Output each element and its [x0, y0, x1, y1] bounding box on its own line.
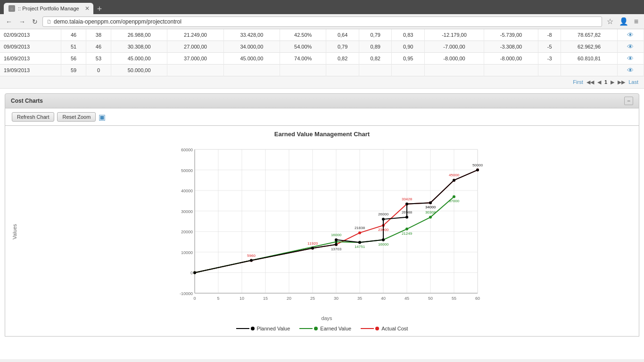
profile-btn[interactable]: 👤 [617, 16, 630, 27]
svg-text:14751: 14751 [355, 245, 365, 249]
table-cell: 0,82 [326, 53, 359, 65]
table-cell: 0,89 [359, 41, 392, 53]
tab-close-btn[interactable]: ✕ [85, 5, 90, 12]
table-cell: 46 [61, 29, 86, 41]
table-row: 19/09/201359050.000,00👁 [0, 65, 644, 76]
next-next-btn[interactable]: ▶▶ [618, 79, 625, 85]
chart-area: -100000100002000030000400005000060000051… [19, 142, 634, 321]
table-row: 16/09/2013565345.000,0037.000,0045.000,0… [0, 53, 644, 65]
url-text: demo.talaia-openppm.com/openppm/projectc… [54, 18, 182, 25]
svg-text:11920: 11920 [307, 241, 318, 246]
svg-text:50000: 50000 [472, 163, 483, 167]
table-cell: 26.988,00 [111, 29, 167, 41]
view-icon-cell[interactable]: 👁 [617, 41, 644, 53]
table-cell [280, 65, 326, 76]
svg-point-49 [358, 231, 361, 234]
first-page-link[interactable]: First [573, 79, 583, 85]
svg-text:10: 10 [239, 296, 244, 301]
earned-label: Earned Value [320, 326, 351, 331]
last-page-link[interactable]: Last [628, 79, 638, 85]
table-cell: -3.308,00 [484, 41, 538, 53]
svg-text:0: 0 [190, 271, 193, 275]
svg-text:34000: 34000 [425, 205, 436, 209]
svg-text:21838: 21838 [355, 226, 365, 230]
tab-label: :: Project Portfolio Manage [18, 6, 79, 11]
view-icon[interactable]: 👁 [627, 31, 634, 39]
svg-text:35: 35 [357, 296, 362, 301]
table-cell [326, 65, 359, 76]
forward-button[interactable]: → [17, 17, 27, 26]
table-cell: -5 [538, 41, 561, 53]
bookmark-btn[interactable]: ☆ [605, 16, 615, 27]
section-header: Cost Charts − [5, 93, 639, 108]
svg-text:-10000: -10000 [180, 291, 193, 296]
next-btn[interactable]: ▶ [611, 79, 614, 85]
table-cell: 56 [61, 53, 86, 65]
table-cell: 51 [61, 41, 86, 53]
table-cell [561, 65, 617, 76]
svg-text:5: 5 [217, 296, 219, 301]
refresh-chart-button[interactable]: Refresh Chart [12, 112, 54, 122]
table-cell: 45.000,00 [111, 53, 167, 65]
view-icon[interactable]: 👁 [627, 55, 634, 62]
browser-chrome: :: :: Project Portfolio Manage ✕ + [0, 0, 644, 14]
table-cell: 30.308,00 [111, 41, 167, 53]
view-icon-cell[interactable]: 👁 [617, 29, 644, 41]
view-icon[interactable]: 👁 [627, 43, 634, 50]
svg-text:30308: 30308 [425, 210, 436, 214]
expand-icon[interactable]: ▣ [99, 113, 106, 122]
svg-point-73 [453, 179, 455, 181]
table-cell: 0,95 [392, 53, 425, 65]
svg-text:16000: 16000 [331, 233, 342, 237]
view-icon[interactable]: 👁 [627, 66, 634, 74]
address-bar[interactable]: 🗋 demo.talaia-openppm.com/openppm/projec… [42, 16, 602, 27]
table-cell: -12.179,00 [424, 29, 484, 41]
table-row: 09/09/2013514630.308,0027.000,0034.000,0… [0, 41, 644, 53]
actual-dot [375, 327, 379, 330]
svg-point-59 [405, 228, 408, 230]
legend-planned: Planned Value [236, 326, 290, 331]
menu-button[interactable]: ≡ [632, 16, 640, 27]
table-cell [424, 65, 484, 76]
svg-text:55: 55 [452, 296, 456, 301]
table-cell: 74.00% [280, 53, 326, 65]
svg-text:26988: 26988 [402, 210, 413, 214]
svg-text:16000: 16000 [378, 242, 389, 247]
table-cell: 19/09/2013 [0, 65, 61, 76]
svg-text:0: 0 [193, 296, 196, 301]
actual-label: Actual Cost [381, 326, 408, 331]
view-icon-cell[interactable]: 👁 [617, 65, 644, 76]
svg-text:40000: 40000 [181, 189, 193, 193]
earned-line [299, 328, 313, 329]
collapse-button[interactable]: − [624, 97, 633, 105]
svg-text:30000: 30000 [181, 209, 193, 214]
active-tab[interactable]: :: :: Project Portfolio Manage ✕ [4, 3, 93, 14]
table-cell: 0,79 [326, 41, 359, 53]
reload-button[interactable]: ↻ [30, 17, 40, 26]
back-button[interactable]: ← [4, 17, 14, 26]
prev-prev-btn[interactable]: ◀◀ [586, 79, 594, 85]
svg-text:21249: 21249 [402, 231, 413, 236]
new-tab-button[interactable]: + [93, 4, 106, 14]
section-title: Cost Charts [11, 98, 43, 104]
svg-text:10000: 10000 [181, 250, 193, 255]
svg-text:45000: 45000 [449, 173, 460, 177]
prev-btn[interactable]: ◀ [597, 79, 601, 85]
svg-point-64 [311, 247, 314, 250]
table-cell: 16/09/2013 [0, 53, 61, 65]
svg-point-61 [453, 195, 455, 198]
chart-container: Earned Value Management Chart Values -10… [5, 126, 639, 337]
table-cell: 27.000,00 [167, 41, 223, 53]
svg-point-62 [193, 271, 196, 274]
view-icon-cell[interactable]: 👁 [617, 53, 644, 65]
table-cell: -8.000,00 [424, 53, 484, 65]
table-cell: 02/09/2013 [0, 29, 61, 41]
table-cell: 09/09/2013 [0, 41, 61, 53]
svg-text:13703: 13703 [331, 247, 342, 251]
table-cell: 0,90 [392, 41, 425, 53]
svg-point-60 [429, 216, 432, 219]
reset-zoom-button[interactable]: Reset Zoom [57, 112, 96, 122]
table-cell: 62.962,96 [561, 41, 617, 53]
planned-dot [251, 327, 255, 330]
table-cell: 34.000,00 [223, 41, 280, 53]
